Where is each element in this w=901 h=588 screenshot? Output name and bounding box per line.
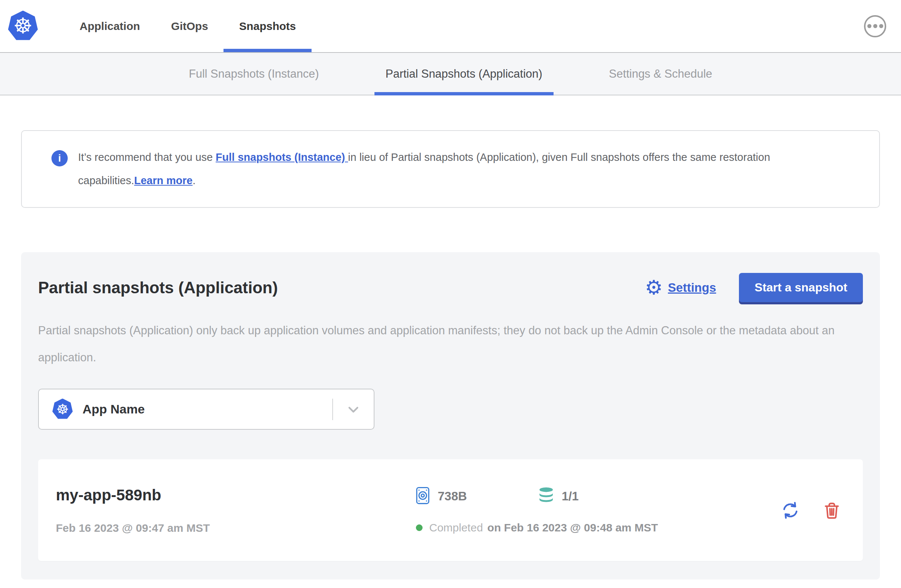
nav-item-application[interactable]: Application <box>64 0 156 52</box>
snapshots-tabbar: Full Snapshots (Instance) Partial Snapsh… <box>0 53 901 95</box>
database-icon <box>537 487 555 506</box>
top-navigation: Application GitOps Snapshots <box>64 0 312 52</box>
overflow-menu-button[interactable] <box>864 15 886 37</box>
ellipsis-icon <box>873 24 877 28</box>
panel-actions: ⚙ Settings Start a snapshot <box>645 273 863 302</box>
tab-settings-schedule[interactable]: Settings & Schedule <box>598 53 723 95</box>
banner-text-after: . <box>192 174 195 187</box>
snapshot-identity: my-app-589nb Feb 16 2023 @ 09:47 am MST <box>56 486 416 534</box>
partial-snapshots-panel: Partial snapshots (Application) ⚙ Settin… <box>21 252 880 580</box>
snapshot-row: my-app-589nb Feb 16 2023 @ 09:47 am MST <box>38 459 863 561</box>
snapshot-settings-link[interactable]: ⚙ Settings <box>645 278 716 298</box>
nav-item-snapshots[interactable]: Snapshots <box>223 0 311 52</box>
tab-label: Partial Snapshots (Application) <box>385 67 542 81</box>
tab-label: Full Snapshots (Instance) <box>189 67 319 81</box>
kubernetes-app-icon: ☸ <box>52 399 73 420</box>
trash-icon <box>822 515 842 521</box>
page-title: Partial snapshots (Application) <box>38 278 278 297</box>
restore-snapshot-button[interactable] <box>780 500 801 521</box>
snapshot-name: my-app-589nb <box>56 486 416 504</box>
snapshot-size-volumes: 738B 1/1 <box>416 487 658 506</box>
ellipsis-icon <box>879 24 883 28</box>
tab-full-snapshots[interactable]: Full Snapshots (Instance) <box>178 53 330 95</box>
snapshot-finish-time: on Feb 16 2023 @ 09:48 am MST <box>487 521 658 534</box>
tab-label: Settings & Schedule <box>609 67 712 81</box>
active-tab-underline <box>374 92 553 95</box>
info-icon: i <box>51 150 68 166</box>
chevron-down-icon <box>333 401 374 417</box>
full-snapshots-link[interactable]: Full snapshots (Instance) <box>216 151 348 163</box>
snapshot-actions <box>780 500 842 521</box>
tab-partial-snapshots[interactable]: Partial Snapshots (Application) <box>374 53 553 95</box>
status-dot-icon <box>416 524 422 531</box>
delete-snapshot-button[interactable] <box>822 501 842 520</box>
snapshot-stats: 738B 1/1 Completed on Feb 16 2023 @ 09:4 <box>416 487 658 534</box>
snapshot-size: 738B <box>438 489 467 503</box>
snapshot-volumes: 1/1 <box>562 489 579 503</box>
learn-more-link[interactable]: Learn more <box>134 174 193 187</box>
nav-item-label: Snapshots <box>239 20 296 33</box>
active-nav-underline <box>223 49 311 52</box>
start-snapshot-button[interactable]: Start a snapshot <box>739 273 863 302</box>
nav-item-gitops[interactable]: GitOps <box>156 0 223 52</box>
banner-text-before: It’s recommend that you use <box>78 151 216 163</box>
gear-icon: ⚙ <box>645 278 663 298</box>
disk-icon <box>416 487 430 506</box>
panel-header: Partial snapshots (Application) ⚙ Settin… <box>38 273 863 302</box>
settings-label: Settings <box>668 281 716 295</box>
snapshot-status-row: Completed on Feb 16 2023 @ 09:48 am MST <box>416 521 658 534</box>
banner-text: It’s recommend that you use Full snapsho… <box>78 146 848 192</box>
volumes-group: 1/1 <box>537 487 579 506</box>
kubernetes-wheel-glyph: ☸ <box>56 402 69 417</box>
panel-description: Partial snapshots (Application) only bac… <box>38 317 852 371</box>
status-badge: Completed <box>429 521 483 534</box>
app-header: ☸ Application GitOps Snapshots <box>0 0 901 53</box>
ellipsis-icon <box>867 24 871 28</box>
app-name-selector[interactable]: ☸ App Name <box>38 389 374 430</box>
nav-item-label: GitOps <box>171 20 208 33</box>
nav-item-label: Application <box>80 20 140 33</box>
restore-icon <box>780 516 801 522</box>
snapshot-start-time: Feb 16 2023 @ 09:47 am MST <box>56 522 416 534</box>
kubernetes-logo-icon: ☸ <box>8 11 38 42</box>
recommendation-banner: i It’s recommend that you use Full snaps… <box>21 130 880 208</box>
app-selector-value: App Name <box>83 402 145 417</box>
kubernetes-wheel-glyph: ☸ <box>13 15 33 37</box>
